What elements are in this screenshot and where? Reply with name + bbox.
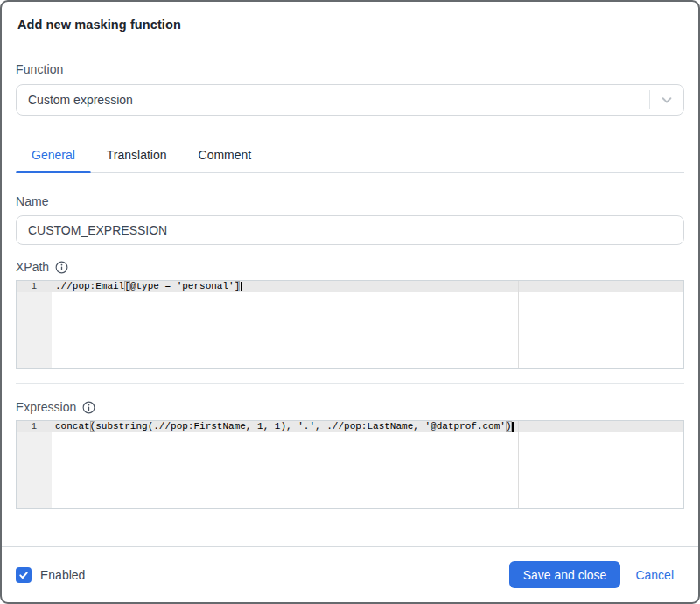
editor-gutter <box>17 281 52 368</box>
add-masking-function-dialog: Add new masking function Function Custom… <box>0 0 700 604</box>
tab-general[interactable]: General <box>16 139 91 172</box>
info-icon[interactable] <box>82 401 95 414</box>
line-number: 1 <box>17 281 52 292</box>
dialog-body: Function Custom expression General Trans… <box>2 46 698 546</box>
editor-gutter <box>17 421 52 508</box>
tab-comment[interactable]: Comment <box>183 139 268 172</box>
cancel-button[interactable]: Cancel <box>635 568 674 582</box>
expression-label-row: Expression <box>16 400 684 414</box>
enabled-label: Enabled <box>40 568 85 582</box>
expression-code: concat(substring(.//pop:FirstName, 1, 1)… <box>52 421 512 432</box>
tab-translation[interactable]: Translation <box>91 139 183 172</box>
chevron-down-icon[interactable] <box>650 94 683 106</box>
enabled-checkbox-row[interactable]: Enabled <box>16 567 85 583</box>
xpath-code-line[interactable]: 1 .//pop:Email[@type = 'personal'] <box>17 281 683 292</box>
xpath-label: XPath <box>16 260 49 274</box>
line-number: 1 <box>17 421 52 432</box>
name-input[interactable] <box>16 215 684 245</box>
xpath-label-row: XPath <box>16 260 684 274</box>
tab-comment-label: Comment <box>199 148 252 162</box>
expression-label: Expression <box>16 400 76 414</box>
info-icon[interactable] <box>55 261 68 274</box>
dialog-title: Add new masking function <box>18 18 682 32</box>
enabled-checkbox[interactable] <box>16 567 32 583</box>
tab-general-label: General <box>32 148 75 162</box>
text-cursor <box>241 282 242 291</box>
section-divider <box>16 383 684 384</box>
footer-actions: Save and close Cancel <box>509 561 684 588</box>
editor-ruler <box>518 281 519 368</box>
function-select[interactable]: Custom expression <box>16 84 684 116</box>
editor-ruler <box>518 421 519 508</box>
text-cursor <box>512 422 514 432</box>
function-select-value: Custom expression <box>28 93 649 107</box>
dialog-header: Add new masking function <box>2 2 698 46</box>
xpath-editor[interactable]: 1 .//pop:Email[@type = 'personal'] <box>16 280 684 369</box>
expression-editor[interactable]: 1 concat(substring(.//pop:FirstName, 1, … <box>16 420 684 509</box>
tab-bar: General Translation Comment <box>16 139 684 173</box>
expression-code-line[interactable]: 1 concat(substring(.//pop:FirstName, 1, … <box>17 421 683 432</box>
xpath-code: .//pop:Email[@type = 'personal'] <box>52 281 240 292</box>
name-label: Name <box>16 194 684 208</box>
function-label: Function <box>16 62 684 76</box>
dialog-footer: Enabled Save and close Cancel <box>2 546 698 602</box>
save-and-close-button[interactable]: Save and close <box>509 561 621 588</box>
tab-translation-label: Translation <box>107 148 167 162</box>
